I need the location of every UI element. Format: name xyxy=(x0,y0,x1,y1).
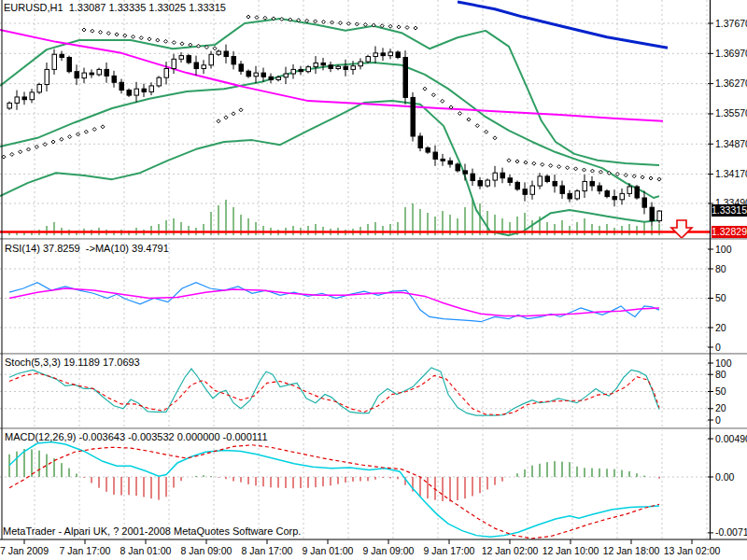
candle-body xyxy=(60,54,64,57)
sar-dot xyxy=(363,22,367,26)
candle-body xyxy=(224,51,229,57)
candle-body xyxy=(172,59,176,68)
sar-dot xyxy=(224,116,228,119)
sar-dot xyxy=(156,38,160,42)
candle-body xyxy=(359,62,363,66)
sar-dot xyxy=(19,150,22,154)
y-axis-label: 1.37670 xyxy=(715,18,747,29)
time-axis-label: 9 Jan 09:00 xyxy=(363,545,415,556)
sar-dot xyxy=(414,26,417,30)
sar-dot xyxy=(99,30,103,34)
y-axis-label: 50 xyxy=(715,385,726,397)
sar-dot xyxy=(232,112,235,116)
candle-body xyxy=(471,174,475,180)
chart-title: EURUSD,H1 1.33087 1.33335 1.33025 1.3331… xyxy=(4,2,226,13)
candle-body xyxy=(657,211,662,221)
time-axis-label: 12 Jan 18:00 xyxy=(603,545,660,556)
candle-body xyxy=(493,173,498,180)
candle-body xyxy=(164,68,169,77)
sar-dot xyxy=(255,16,259,20)
sar-dot xyxy=(84,130,88,133)
sar-dot xyxy=(115,33,119,36)
candle-body xyxy=(187,56,191,63)
sar-dot xyxy=(106,32,110,35)
sar-dot xyxy=(51,140,55,144)
current-price-badge: 1.33315 xyxy=(712,204,747,217)
candle-body xyxy=(613,197,617,200)
time-axis-label: 12 Jan 10:00 xyxy=(543,545,599,556)
sar-dot xyxy=(541,162,544,166)
sar-dot xyxy=(599,170,602,174)
candle-body xyxy=(247,71,251,77)
sar-dot xyxy=(405,25,409,29)
candle-body xyxy=(254,73,259,77)
y-axis-label: 100 xyxy=(715,244,732,255)
candle-body xyxy=(105,69,109,76)
candle-body xyxy=(299,69,303,71)
price-panel[interactable] xyxy=(0,2,710,238)
sar-dot xyxy=(524,161,528,164)
sar-dot xyxy=(92,128,96,132)
y-axis-label: 80 xyxy=(715,369,726,380)
y-axis-label: 1.36270 xyxy=(715,77,747,89)
chart-canvas[interactable]: 1.376701.369701.362701.355701.348701.341… xyxy=(0,0,747,560)
candle-body xyxy=(261,73,266,77)
sar-dot xyxy=(10,152,14,156)
sar-dot xyxy=(632,175,636,178)
sar-dot xyxy=(657,177,661,181)
sar-dot xyxy=(172,41,176,45)
sar-dot xyxy=(338,21,342,25)
candle-body xyxy=(456,164,460,171)
candle-body xyxy=(433,152,438,159)
time-axis-label: 8 Jan 17:00 xyxy=(242,545,293,556)
sar-dot xyxy=(388,24,392,28)
sell-arrow-icon xyxy=(671,220,692,238)
candle-body xyxy=(202,65,206,69)
stochastic-panel[interactable] xyxy=(0,368,710,415)
sar-dot xyxy=(515,160,519,163)
candle-body xyxy=(209,54,214,65)
time-axis-label: 12 Jan 02:00 xyxy=(482,545,539,556)
sar-dot xyxy=(649,176,653,180)
candle-body xyxy=(82,73,87,78)
y-axis-label: 1.35570 xyxy=(715,107,747,119)
metatrader-chart-window: 1.376701.369701.362701.355701.348701.341… xyxy=(0,0,747,560)
candle-body xyxy=(291,69,296,74)
sar-dot xyxy=(139,36,143,40)
candle-body xyxy=(336,66,341,68)
sar-dot xyxy=(590,169,594,173)
candle-body xyxy=(463,171,468,174)
candle-body xyxy=(568,193,572,199)
stochastic-indicator-label: Stoch(5,3,3) 19.1189 17.0693 xyxy=(5,357,140,368)
rsi-panel[interactable] xyxy=(0,269,710,328)
macd-panel[interactable] xyxy=(0,441,710,539)
candle-body xyxy=(284,74,289,77)
candle-body xyxy=(321,63,326,64)
sar-dot xyxy=(123,34,127,37)
sar-dot xyxy=(458,111,462,115)
candle-body xyxy=(351,66,356,70)
candle-body xyxy=(627,187,632,193)
bollinger-lower-line xyxy=(0,101,659,235)
hline-price-badge: 1.32829 xyxy=(712,226,747,238)
time-axis-label: 8 Jan 01:00 xyxy=(120,545,172,556)
sar-dot xyxy=(101,125,105,129)
time-axis-label: 8 Jan 09:00 xyxy=(181,545,233,556)
candle-body xyxy=(15,97,20,103)
candle-body xyxy=(426,147,430,152)
candle-body xyxy=(523,189,528,195)
candle-body xyxy=(538,176,543,186)
macd-indicator-label: MACD(12,26,9) -0.003643 -0.003532 0.0000… xyxy=(5,431,268,442)
rsi-indicator-label: RSI(14) 37.8259 ->MA(10) 39.4791 xyxy=(5,243,169,254)
y-axis-label: 0.004901 xyxy=(715,433,747,444)
sar-dot xyxy=(60,137,63,141)
time-axis-label: 7 Jan 2009 xyxy=(0,545,49,556)
candle-body xyxy=(545,176,550,182)
candle-body xyxy=(575,191,580,199)
y-axis-label: 1.34170 xyxy=(715,168,747,179)
candle-body xyxy=(411,97,416,136)
candle-body xyxy=(134,89,139,95)
sar-dot xyxy=(91,29,94,33)
sar-dot xyxy=(35,145,38,148)
candle-body xyxy=(194,63,199,68)
